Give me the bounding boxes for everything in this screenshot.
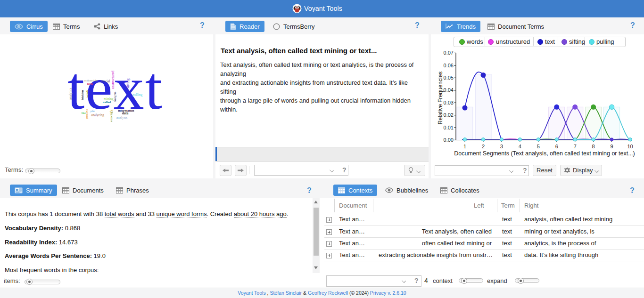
svg-text:0.01: 0.01 [444,125,454,130]
svg-text:Document Segments (Text analys: Document Segments (Text analysis, often … [454,150,635,157]
svg-text:0.00: 0.00 [444,137,454,143]
svg-text:5: 5 [537,144,540,149]
svg-text:2: 2 [482,144,485,149]
svg-text:7: 7 [574,144,577,149]
svg-text:4: 4 [519,144,521,149]
svg-text:3: 3 [500,144,503,149]
svg-text:0.07: 0.07 [444,50,454,56]
svg-text:0.02: 0.02 [444,112,454,118]
svg-text:1: 1 [463,144,466,149]
svg-text:6: 6 [555,144,558,149]
svg-text:0.06: 0.06 [444,63,454,68]
svg-text:0.03: 0.03 [444,100,454,105]
svg-text:8: 8 [592,144,595,149]
svg-text:Relative Frequencies: Relative Frequencies [437,72,444,125]
svg-text:0.05: 0.05 [444,75,454,81]
svg-text:0.04: 0.04 [444,87,454,93]
svg-text:9: 9 [611,144,613,149]
svg-text:10: 10 [627,144,633,149]
